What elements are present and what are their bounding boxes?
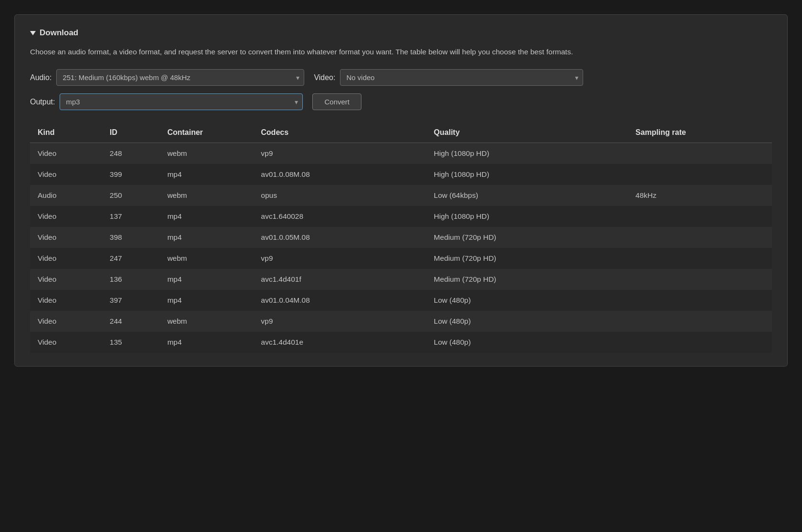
collapse-icon (30, 31, 36, 35)
audio-select[interactable]: 251: Medium (160kbps) webm @ 48kHz (56, 69, 304, 86)
table-row: Video247webmvp9Medium (720p HD) (30, 248, 772, 269)
cell-quality: Medium (720p HD) (426, 248, 628, 269)
cell-container: mp4 (160, 227, 253, 248)
video-group: Video: No video (314, 69, 583, 86)
header-container: Container (160, 123, 253, 143)
cell-quality: Low (480p) (426, 311, 628, 332)
cell-kind: Video (30, 164, 102, 185)
output-select[interactable]: mp3 (60, 93, 303, 110)
cell-codecs: vp9 (253, 248, 426, 269)
cell-sampling (628, 143, 772, 164)
section-header: Download (30, 28, 772, 38)
cell-id: 247 (102, 248, 160, 269)
formats-table: Kind ID Container Codecs Quality Samplin… (30, 123, 772, 353)
header-kind: Kind (30, 123, 102, 143)
cell-sampling (628, 164, 772, 185)
cell-container: mp4 (160, 269, 253, 290)
cell-container: webm (160, 143, 253, 164)
cell-kind: Video (30, 311, 102, 332)
cell-container: mp4 (160, 164, 253, 185)
cell-sampling (628, 248, 772, 269)
header-sampling: Sampling rate (628, 123, 772, 143)
video-select[interactable]: No video (340, 69, 583, 86)
table-row: Video137mp4avc1.640028High (1080p HD) (30, 206, 772, 227)
cell-container: webm (160, 185, 253, 206)
cell-codecs: vp9 (253, 143, 426, 164)
cell-id: 397 (102, 290, 160, 311)
cell-codecs: vp9 (253, 311, 426, 332)
cell-codecs: avc1.640028 (253, 206, 426, 227)
download-panel: Download Choose an audio format, a video… (14, 14, 788, 367)
table-row: Audio250webmopusLow (64kbps)48kHz (30, 185, 772, 206)
cell-sampling: 48kHz (628, 185, 772, 206)
cell-quality: Medium (720p HD) (426, 269, 628, 290)
cell-kind: Video (30, 227, 102, 248)
header-codecs: Codecs (253, 123, 426, 143)
output-group: Output: mp3 (30, 93, 303, 110)
table-row: Video244webmvp9Low (480p) (30, 311, 772, 332)
cell-container: webm (160, 248, 253, 269)
table-row: Video136mp4avc1.4d401fMedium (720p HD) (30, 269, 772, 290)
cell-codecs: opus (253, 185, 426, 206)
cell-kind: Video (30, 248, 102, 269)
cell-quality: Low (480p) (426, 332, 628, 353)
cell-id: 250 (102, 185, 160, 206)
audio-label: Audio: (30, 73, 51, 82)
table-row: Video399mp4av01.0.08M.08High (1080p HD) (30, 164, 772, 185)
cell-container: mp4 (160, 332, 253, 353)
cell-kind: Video (30, 290, 102, 311)
cell-kind: Audio (30, 185, 102, 206)
cell-codecs: avc1.4d401e (253, 332, 426, 353)
cell-quality: Low (480p) (426, 290, 628, 311)
cell-quality: High (1080p HD) (426, 143, 628, 164)
cell-id: 136 (102, 269, 160, 290)
cell-id: 135 (102, 332, 160, 353)
cell-codecs: av01.0.04M.08 (253, 290, 426, 311)
output-select-wrapper: mp3 (60, 93, 303, 110)
cell-sampling (628, 290, 772, 311)
cell-id: 398 (102, 227, 160, 248)
section-title: Download (40, 28, 78, 38)
cell-sampling (628, 269, 772, 290)
cell-quality: High (1080p HD) (426, 164, 628, 185)
cell-codecs: av01.0.05M.08 (253, 227, 426, 248)
table-row: Video398mp4av01.0.05M.08Medium (720p HD) (30, 227, 772, 248)
audio-video-row: Audio: 251: Medium (160kbps) webm @ 48kH… (30, 69, 772, 86)
output-row: Output: mp3 Convert (30, 93, 772, 110)
audio-select-wrapper: 251: Medium (160kbps) webm @ 48kHz (56, 69, 304, 86)
cell-quality: Medium (720p HD) (426, 227, 628, 248)
cell-sampling (628, 311, 772, 332)
header-quality: Quality (426, 123, 628, 143)
table-header-row: Kind ID Container Codecs Quality Samplin… (30, 123, 772, 143)
cell-container: mp4 (160, 206, 253, 227)
description-text: Choose an audio format, a video format, … (30, 46, 602, 58)
cell-kind: Video (30, 269, 102, 290)
cell-codecs: avc1.4d401f (253, 269, 426, 290)
convert-button[interactable]: Convert (312, 93, 361, 110)
cell-sampling (628, 227, 772, 248)
cell-quality: High (1080p HD) (426, 206, 628, 227)
table-row: Video397mp4av01.0.04M.08Low (480p) (30, 290, 772, 311)
cell-id: 244 (102, 311, 160, 332)
cell-container: webm (160, 311, 253, 332)
cell-codecs: av01.0.08M.08 (253, 164, 426, 185)
output-label: Output: (30, 98, 55, 106)
cell-kind: Video (30, 206, 102, 227)
cell-quality: Low (64kbps) (426, 185, 628, 206)
cell-kind: Video (30, 332, 102, 353)
header-id: ID (102, 123, 160, 143)
video-label: Video: (314, 73, 335, 82)
cell-id: 137 (102, 206, 160, 227)
cell-kind: Video (30, 143, 102, 164)
video-select-wrapper: No video (340, 69, 583, 86)
cell-id: 248 (102, 143, 160, 164)
table-row: Video248webmvp9High (1080p HD) (30, 143, 772, 164)
cell-sampling (628, 332, 772, 353)
audio-group: Audio: 251: Medium (160kbps) webm @ 48kH… (30, 69, 304, 86)
cell-sampling (628, 206, 772, 227)
cell-id: 399 (102, 164, 160, 185)
cell-container: mp4 (160, 290, 253, 311)
table-row: Video135mp4avc1.4d401eLow (480p) (30, 332, 772, 353)
